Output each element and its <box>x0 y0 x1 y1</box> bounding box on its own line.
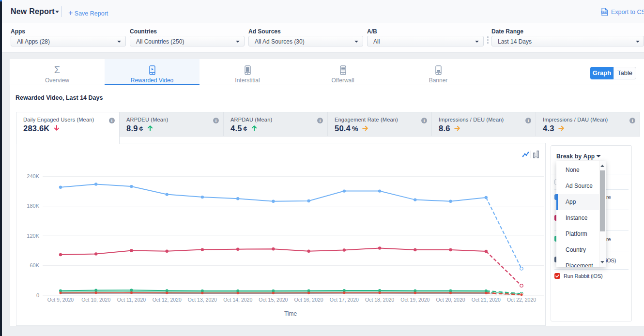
svg-text:Oct 19, 2020: Oct 19, 2020 <box>400 297 429 303</box>
svg-text:Oct 15, 2020: Oct 15, 2020 <box>259 297 288 303</box>
svg-text:Oct 14, 2020: Oct 14, 2020 <box>223 297 252 303</box>
svg-text:Oct 18, 2020: Oct 18, 2020 <box>365 297 394 303</box>
svg-text:Time: Time <box>284 310 297 317</box>
svg-text:Oct 22, 2020: Oct 22, 2020 <box>507 297 536 303</box>
svg-text:Oct 20, 2020: Oct 20, 2020 <box>436 297 465 303</box>
svg-text:Oct 11, 2020: Oct 11, 2020 <box>117 297 146 303</box>
svg-text:180K: 180K <box>27 203 39 209</box>
svg-text:CSV: CSV <box>602 11 607 14</box>
svg-text:60K: 60K <box>30 262 39 268</box>
svg-text:Oct 12, 2020: Oct 12, 2020 <box>153 297 182 303</box>
svg-text:0: 0 <box>36 292 39 298</box>
svg-text:Oct 17, 2020: Oct 17, 2020 <box>330 297 359 303</box>
svg-text:Oct 21, 2020: Oct 21, 2020 <box>472 297 501 303</box>
svg-text:Oct 16, 2020: Oct 16, 2020 <box>294 297 323 303</box>
svg-text:Oct 9, 2020: Oct 9, 2020 <box>47 297 74 303</box>
svg-text:240K: 240K <box>27 173 39 179</box>
svg-text:Oct 10, 2020: Oct 10, 2020 <box>81 297 110 303</box>
svg-text:Oct 13, 2020: Oct 13, 2020 <box>188 297 217 303</box>
svg-text:120K: 120K <box>27 233 39 239</box>
